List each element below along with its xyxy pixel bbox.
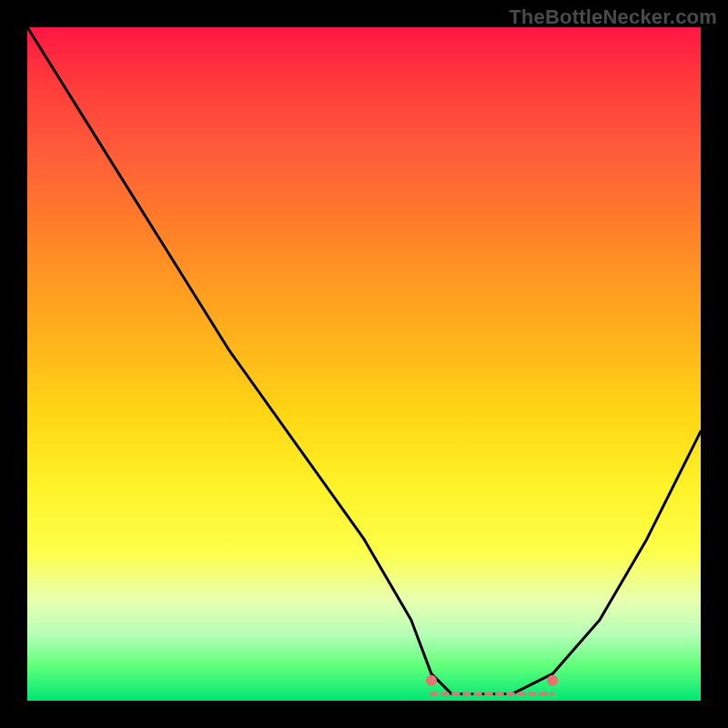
flat-region-end-dot — [547, 675, 558, 686]
flat-region-group — [426, 675, 558, 694]
chart-frame: TheBottleNecker.com — [0, 0, 728, 728]
plot-area — [27, 27, 701, 701]
curve-group — [27, 27, 701, 694]
bottleneck-curve-svg — [27, 27, 701, 701]
bottleneck-curve-path — [27, 27, 701, 694]
watermark-text: TheBottleNecker.com — [509, 5, 717, 29]
flat-region-start-dot — [426, 675, 437, 686]
